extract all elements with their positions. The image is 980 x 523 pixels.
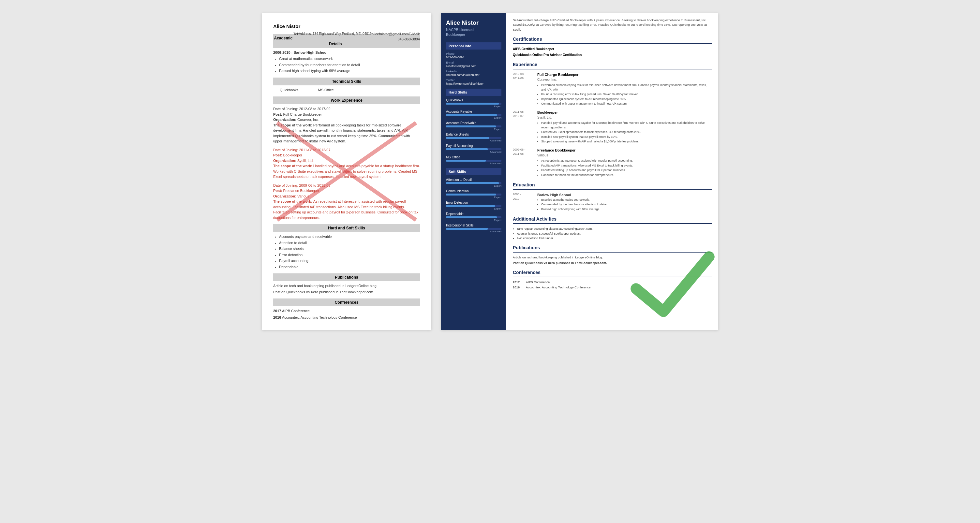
edu-date-0: 2006 - 2010 [513,192,536,201]
work-entry-0-scope: The scope of the work: Performed all boo… [273,122,420,144]
skill-5: Dependable [279,264,420,270]
academic-bullet-2: Passed high school typing with 99% avera… [279,68,420,74]
hard-skill-bar-bg-1 [446,114,501,116]
pub-1: Post on Quickbooks vs Xero published in … [273,289,420,295]
additional-bullets: Take regular accounting classes at Accou… [513,226,712,240]
exp-bullet-2-2: Facilitated setting up accounts and payr… [541,168,712,173]
right-conferences-title: Conferences [513,269,712,277]
hard-skill-0: Quickbooks Expert [446,99,501,108]
soft-skill-level-3: Expert [446,219,501,222]
hard-skill-name-3: Balance Sheets [446,133,501,136]
hard-skill-name-4: Payroll Accounting [446,144,501,148]
hard-skill-bar-bg-0 [446,103,501,105]
edu-bullet-2: Passed high school typing with 99% avera… [541,207,712,212]
hard-skill-bar-bg-2 [446,126,501,127]
hard-soft-list: Accounts payable and receivable Attentio… [273,234,420,269]
hard-soft-header: Hard and Soft Skills [273,224,420,232]
left-address: Address: 134 Rightward Way Portland, ME,… [299,31,372,36]
work-entry-1-scope: The scope of the work: Handled payroll a… [273,163,420,180]
exp-date-2: 2009-06 - 2011-08 [513,148,536,156]
soft-skill-level-1: Expert [446,196,501,199]
exp-date-0: 2012-08 - 2017-09 [513,72,536,81]
soft-skills-bars: Attention to Detail Expert Communication… [446,178,501,233]
exp-details-2: Freelance Bookkeeper Various As receptio… [537,148,712,178]
right-pub-1-text: Post on Quickbooks vs Xero published in … [513,261,607,265]
conf-1-year: 2016 [273,315,281,320]
work-entry-2: Date of Joining: 2009-06 to 2011-08 Post… [273,183,420,221]
left-resume-body: Alice Nistor E-Mail: alicefnistor@gmail.… [273,23,420,320]
right-title-line2: Bookkeeper [446,33,465,37]
hard-skill-name-1: Accounts Payable [446,110,501,113]
right-conf-0: 2017 AIPB Conference [513,280,712,285]
academic-bullet-0: Great at mathematics coursework [279,56,420,62]
work-entry-1-org: Organization: Sysill, Ltd. [273,158,420,164]
right-conf-0-year: 2017 [513,280,523,285]
pub-0: Article on tech and bookkeeping publishe… [273,283,420,289]
phone-value: 843-860-3894 [446,56,501,59]
right-conf-1: 2016 Accountex: Accounting Technology Co… [513,285,712,290]
hard-skill-level-4: Advanced [446,151,501,154]
soft-skill-name-1: Communication [446,189,501,193]
soft-skill-bar-bg-4 [446,228,501,230]
work-entry-0: Date of Joining: 2012-08 to 2017-09 Post… [273,106,420,144]
soft-skill-3: Dependable Expert [446,212,501,222]
exp-entry-1: 2011-08 - 2012-07 Bookkeeper Sysill, Ltd… [513,110,712,145]
exp-bullet-0-2: Implemented Quickbooks system to cut rec… [541,97,712,102]
work-entry-0-post-label: Post: [273,113,282,116]
work-entry-0-post: Post: Full Charge Bookkeeper [273,112,420,117]
education-section: Education 2006 - 2010 Barlow High School… [513,181,712,212]
soft-skill-name-0: Attention to Detail [446,178,501,181]
soft-skill-bar-bg-0 [446,182,501,184]
work-entry-1-dates: Date of Joining: 2011-08 to 2012-07 [273,147,420,153]
right-conf-0-name: AIPB Conference [526,280,550,285]
exp-bullet-1-3: Stopped a recurring issue with A/P and h… [541,140,712,144]
edu-details-0: Barlow High School Excelled at mathemati… [537,192,712,211]
exp-title-2: Freelance Bookkeeper [537,148,712,153]
soft-skill-name-2: Error Detection [446,201,501,204]
hard-skill-name-5: MS Office [446,156,501,159]
add-bullet-1: Regular listener, Successful Bookkeeper … [517,231,712,236]
hard-skill-bar-bg-3 [446,137,501,139]
conf-0-name: AIPB Conference [282,309,310,313]
exp-date-1: 2011-08 - 2012-07 [513,110,536,119]
exp-company-1: Sysill, Ltd. [537,115,712,120]
hard-skill-2: Accounts Receivable Expert [446,121,501,131]
exp-bullet-2-3: Consulted for book on tax deductions for… [541,173,712,178]
hard-skill-5: MS Office Advanced [446,156,501,165]
soft-skill-level-4: Advanced [446,230,501,233]
exp-bullet-2-1: Facilitated A/P transactions. Also used … [541,164,712,168]
right-publications-section: Publications Article on tech and bookkee… [513,245,712,265]
exp-details-1: Bookkeeper Sysill, Ltd. Handled payroll … [537,110,712,144]
hard-skill-level-5: Advanced [446,162,501,165]
hard-skill-bar-fill-5 [446,160,486,162]
hard-skill-level-3: Advanced [446,139,501,142]
exp-details-0: Full Charge Bookkeeper Coraveo, Inc. Per… [537,72,712,106]
skill-3: Error detection [279,252,420,258]
work-entry-2-scope: The scope of the work: As receptionist a… [273,199,420,220]
hard-skill-bar-fill-2 [446,126,496,127]
exp-bullet-1-0: Handled payroll and accounts payable for… [541,121,712,130]
work-entry-1-org-val: Sysill, Ltd. [298,159,313,162]
work-entry-0-dates: Date of Joining: 2012-08 to 2017-09 [273,106,420,112]
soft-skill-name-4: Interpersonal Skills [446,224,501,227]
right-conf-1-year: 2016 [513,285,523,290]
right-title: NACPB Licensed Bookkeeper [446,27,501,38]
exp-title-1: Bookkeeper [537,110,712,115]
skill-quickbooks: Quickbooks [280,87,298,93]
email-label: E-Mail: [409,31,420,37]
email-value-right: alicefnistor@gmail.com [446,65,501,68]
cert-0-text: AIPB Certified Bookkeeper [513,47,554,51]
work-entry-1-post-val: Bookkeeper [283,153,302,157]
technical-skills-row: Quickbooks MS Office [273,87,420,93]
page-container: Alice Nistor E-Mail: alicefnistor@gmail.… [262,13,718,330]
hard-skill-name-0: Quickbooks [446,99,501,102]
exp-title-0: Full Charge Bookkeeper [537,72,712,78]
conf-0-year: 2017 [273,309,281,313]
linkedin-label: LinkedIn [446,70,501,73]
work-entry-2-post: Post: Freelance Bookkeeper [273,188,420,194]
cert-1-text: Quickbooks Online Pro Advisor Certificat… [513,53,582,57]
soft-skill-0: Attention to Detail Expert [446,178,501,188]
edu-bullet-1: Commended by four teachers for attention… [541,202,712,207]
exp-company-0: Coraveo, Inc. [537,77,712,82]
exp-bullets-2: As receptionist at Interescent, assisted… [537,159,712,177]
